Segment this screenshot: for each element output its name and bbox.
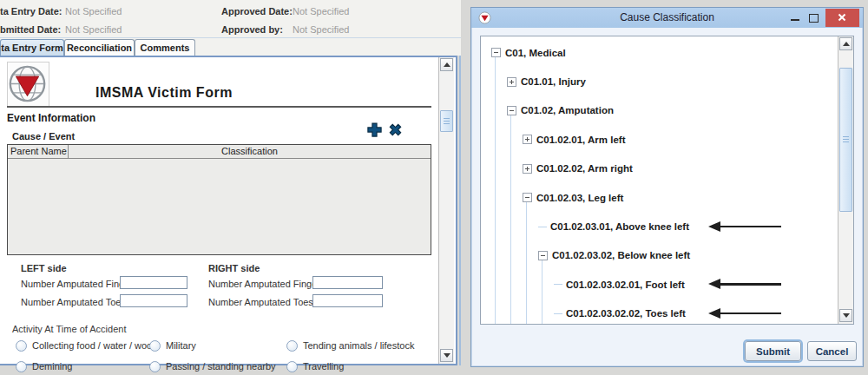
- column-header-classification: Classification: [69, 146, 431, 156]
- annotation-arrow-icon: [708, 221, 781, 233]
- tree-item[interactable]: C01.02.03.02.02, Toes left: [481, 299, 838, 325]
- dialog-window: Cause Classification C01, MedicalC01.01,…: [470, 7, 864, 367]
- tree-item[interactable]: C01.02.03.02, Below knee left: [481, 241, 838, 270]
- scrollbar-thumb[interactable]: [440, 110, 453, 132]
- data-entry-date-value: Not Specified: [65, 6, 122, 16]
- radio-button-icon[interactable]: [149, 361, 161, 372]
- scroll-down-button[interactable]: [839, 309, 852, 322]
- activity-radio-option[interactable]: Collecting food / water / wood: [16, 335, 149, 356]
- cause-event-label: Cause / Event: [12, 131, 75, 141]
- title-divider: [7, 106, 431, 108]
- tree-item[interactable]: C01.02.03.02.01, Foot left: [481, 270, 838, 299]
- scroll-up-button[interactable]: [839, 37, 852, 50]
- tree-item-label[interactable]: C01.02.02, Arm right: [536, 163, 633, 174]
- collapse-icon[interactable]: [507, 106, 516, 115]
- tree-item[interactable]: C01.01, Injury: [481, 67, 838, 95]
- collapse-icon[interactable]: [491, 48, 501, 57]
- scroll-up-button[interactable]: [440, 58, 453, 71]
- collapse-icon[interactable]: [538, 251, 548, 260]
- delete-cause-button[interactable]: [386, 121, 404, 139]
- tree-item-label[interactable]: C01, Medical: [505, 48, 566, 58]
- close-button[interactable]: [825, 9, 859, 27]
- tree-item[interactable]: C01.02.01, Arm left: [481, 125, 838, 154]
- maximize-button[interactable]: [808, 13, 819, 23]
- tree-item-label[interactable]: C01.02.03.02.02, Toes left: [566, 308, 686, 319]
- expand-icon[interactable]: [523, 164, 532, 174]
- activity-radio-option[interactable]: Demining: [16, 356, 149, 375]
- scrollbar-thumb[interactable]: [839, 68, 852, 212]
- tree-item-label[interactable]: C01.02.01, Arm left: [536, 135, 625, 145]
- form-title: IMSMA Victim Form: [95, 85, 233, 101]
- tree-item[interactable]: C01.02.03.01, Above knee left: [481, 212, 838, 240]
- tree-indent: [481, 139, 523, 140]
- minimize-button[interactable]: [789, 13, 801, 25]
- tree-item[interactable]: C01, Medical: [481, 38, 838, 67]
- add-cause-button[interactable]: [365, 121, 384, 139]
- approved-by-label: Approved by:: [221, 24, 283, 35]
- radio-button-icon[interactable]: [286, 361, 298, 372]
- tree-item[interactable]: C01.02.02, Arm right: [481, 155, 838, 183]
- cause-table: Parent Name Classification: [7, 144, 431, 255]
- tree-item[interactable]: C01.02.03, Leg left: [481, 183, 838, 212]
- tree-leaf-connector: [554, 313, 562, 314]
- tree-item-label[interactable]: C01.02, Amputation: [521, 105, 614, 115]
- down-arrow-icon: [843, 313, 850, 318]
- activity-radio-option[interactable]: Military: [149, 335, 286, 356]
- radio-button-icon[interactable]: [149, 340, 161, 352]
- tree-item-label[interactable]: C01.02.03, Leg left: [536, 193, 623, 203]
- victim-form-panel: IMSMA Victim Form Event Information Caus…: [0, 56, 457, 365]
- tree: C01, MedicalC01.01, InjuryC01.02, Amputa…: [480, 36, 854, 325]
- right-fingers-label: Number Amputated Fingers: [208, 279, 326, 289]
- scroll-down-button[interactable]: [440, 349, 453, 362]
- submit-button[interactable]: Submit: [745, 341, 801, 361]
- right-side-heading: RIGHT side: [208, 263, 260, 273]
- annotation-arrow-icon: [708, 279, 781, 290]
- radio-button-icon[interactable]: [286, 340, 298, 352]
- left-toes-label: Number Amputated Toes: [21, 297, 126, 307]
- annotation-arrow-icon: [708, 308, 781, 319]
- tree-indent: [481, 52, 491, 53]
- collapse-icon[interactable]: [523, 193, 532, 202]
- tab-reconciliation[interactable]: Reconciliation: [64, 39, 135, 56]
- tree-indent: [481, 197, 523, 198]
- expand-icon[interactable]: [523, 135, 532, 144]
- activity-radio-option[interactable]: Tending animals / lifestock: [286, 335, 414, 356]
- right-toes-input[interactable]: [312, 294, 383, 307]
- radio-option-label: Tending animals / lifestock: [303, 340, 414, 351]
- column-header-parent-name: Parent Name: [10, 146, 67, 156]
- left-fingers-input[interactable]: [120, 276, 187, 289]
- radio-option-label: Travelling: [303, 361, 344, 372]
- radio-option-label: Passing / standing nearby: [166, 361, 276, 372]
- up-arrow-icon: [444, 62, 450, 67]
- cancel-button[interactable]: Cancel: [807, 341, 857, 361]
- activity-radio-option[interactable]: Travelling: [286, 356, 414, 375]
- expand-icon[interactable]: [507, 77, 516, 87]
- up-arrow-icon: [843, 42, 850, 46]
- radio-button-icon[interactable]: [16, 361, 27, 372]
- column-divider: [68, 145, 69, 158]
- tree-rows: C01, MedicalC01.01, InjuryC01.02, Amputa…: [481, 36, 838, 324]
- tab-comments[interactable]: Comments: [135, 39, 195, 56]
- imsma-logo: [7, 62, 49, 108]
- approved-date-value: Not Specified: [293, 6, 349, 16]
- tree-item[interactable]: C01.02, Amputation: [481, 96, 838, 125]
- tree-item-label[interactable]: C01.02.03.02.01, Foot left: [566, 280, 685, 290]
- tab-data-entry-form[interactable]: ta Entry Form: [0, 39, 64, 56]
- left-toes-input[interactable]: [120, 294, 187, 307]
- form-scrollbar[interactable]: [438, 57, 454, 364]
- tree-item-label[interactable]: C01.02.03.02, Below knee left: [552, 250, 690, 260]
- tree-scrollbar[interactable]: [838, 36, 853, 324]
- tree-item-label[interactable]: C01.01, Injury: [521, 76, 586, 87]
- activity-heading: Activity At Time of Accident: [12, 324, 126, 334]
- left-side-heading: LEFT side: [21, 263, 67, 273]
- dialog-titlebar[interactable]: Cause Classification: [471, 8, 863, 28]
- down-arrow-icon: [444, 353, 450, 358]
- tree-item-label[interactable]: C01.02.03.01, Above knee left: [550, 221, 689, 232]
- right-fingers-input[interactable]: [312, 276, 383, 289]
- record-status-header: ta Entry Date: Not Specified Approved Da…: [0, 0, 461, 38]
- radio-button-icon[interactable]: [16, 340, 27, 352]
- activity-radio-option[interactable]: Passing / standing nearby: [149, 356, 286, 375]
- tree-indent: [481, 168, 523, 169]
- add-plus-icon: [366, 122, 383, 138]
- tab-bar: ta Entry Form Reconciliation Comments: [0, 38, 461, 56]
